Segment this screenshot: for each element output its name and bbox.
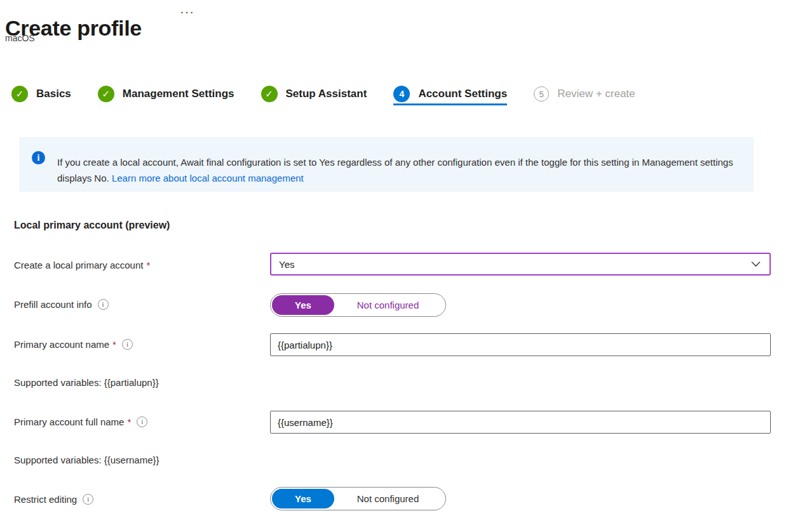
wizard-steps: ✓ Basics ✓ Management Settings ✓ Setup A… (11, 89, 635, 105)
step-label: Setup Assistant (286, 88, 367, 100)
required-marker: * (127, 416, 131, 427)
toggle-not-configured-option[interactable]: Not configured (334, 300, 445, 310)
tab-review-create[interactable]: 5 Review + create (534, 89, 635, 105)
info-tooltip-icon[interactable]: i (122, 339, 133, 350)
create-local-primary-account-dropdown[interactable]: Yes (270, 253, 771, 276)
more-options-icon[interactable]: ··· (180, 5, 194, 18)
step-complete-icon: ✓ (98, 86, 114, 102)
step-label: Management Settings (123, 88, 234, 100)
primary-account-full-name-label: Primary account full name * i (14, 415, 147, 428)
create-local-primary-account-label: Create a local primary account * (14, 258, 150, 271)
required-marker: * (146, 260, 150, 270)
info-banner-text: If you create a local account, Await fin… (57, 154, 754, 186)
toggle-yes-option[interactable]: Yes (272, 295, 334, 315)
step-complete-icon: ✓ (261, 86, 278, 102)
create-profile-page: Create profile ··· macOS ✓ Basics ✓ Mana… (0, 0, 793, 532)
step-complete-icon: ✓ (11, 86, 28, 102)
info-tooltip-icon[interactable]: i (83, 494, 93, 505)
info-banner: i If you create a local account, Await f… (19, 137, 754, 192)
tab-setup-assistant[interactable]: ✓ Setup Assistant (261, 89, 367, 105)
info-icon: i (32, 151, 45, 164)
primary-account-full-name-hint: Supported variables: {{username}} (14, 455, 159, 465)
toggle-not-configured-option[interactable]: Not configured (334, 493, 445, 504)
dropdown-value: Yes (279, 259, 294, 270)
primary-account-full-name-input[interactable] (270, 411, 771, 434)
chevron-down-icon (751, 261, 761, 267)
label-text: Restrict editing (14, 494, 77, 505)
info-tooltip-icon[interactable]: i (137, 416, 147, 427)
learn-more-link[interactable]: Learn more about local account managemen… (112, 173, 304, 183)
label-text: Primary account full name (14, 416, 124, 427)
step-label: Basics (36, 88, 71, 100)
section-heading: Local primary account (preview) (14, 220, 170, 231)
primary-account-name-hint: Supported variables: {{partialupn}} (14, 377, 159, 388)
prefill-account-info-label: Prefill account info i (14, 298, 109, 310)
primary-account-name-label: Primary account name * i (14, 338, 133, 350)
tab-management-settings[interactable]: ✓ Management Settings (98, 89, 234, 105)
primary-account-name-input[interactable] (270, 333, 771, 356)
required-marker: * (112, 339, 116, 350)
label-text: Primary account name (14, 339, 109, 350)
prefill-account-info-toggle[interactable]: Yes Not configured (270, 293, 446, 317)
restrict-editing-label: Restrict editing i (14, 493, 93, 505)
toggle-yes-option[interactable]: Yes (272, 489, 334, 509)
step-number-badge: 4 (393, 86, 410, 102)
tab-basics[interactable]: ✓ Basics (11, 89, 71, 105)
step-number-badge: 5 (534, 86, 549, 102)
label-text: Create a local primary account (14, 260, 143, 270)
step-label: Account Settings (418, 88, 507, 100)
restrict-editing-toggle[interactable]: Yes Not configured (270, 487, 446, 510)
tab-account-settings[interactable]: 4 Account Settings (393, 89, 507, 105)
page-subtitle: macOS (5, 33, 35, 43)
info-tooltip-icon[interactable]: i (98, 299, 109, 310)
label-text: Prefill account info (14, 299, 92, 310)
step-label: Review + create (557, 88, 635, 100)
